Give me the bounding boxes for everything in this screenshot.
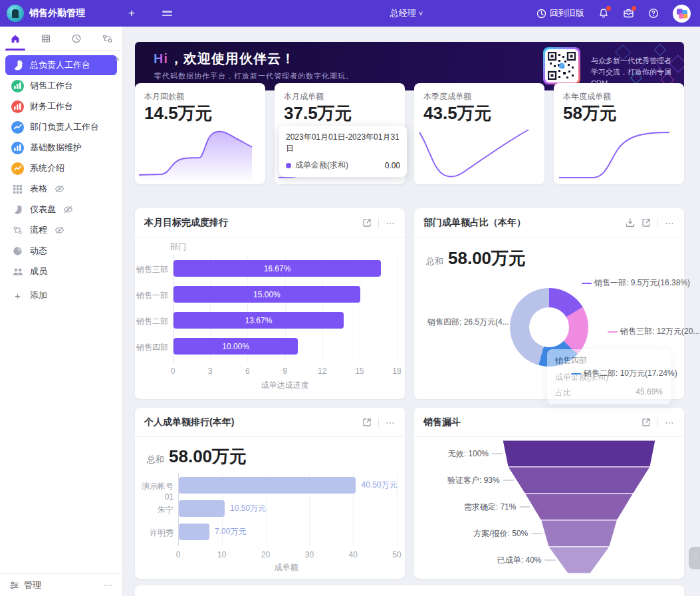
card-header: 销售漏斗⋯ <box>414 408 684 437</box>
stat-card-4[interactable]: 本年度成单额58万元 <box>554 83 684 184</box>
sidebar: ▲ 总负责人工作台销售工作台财务工作台部门负责人工作台基础数据维护系统介绍表格仪… <box>0 27 123 596</box>
menu-toggle-button[interactable] <box>162 11 172 16</box>
sidebar-item-label: 系统介绍 <box>30 162 64 174</box>
sidebar-item-4[interactable]: 部门负责人工作台 <box>5 117 117 137</box>
app-logo[interactable] <box>7 5 24 22</box>
chevron-down-icon: ˅ <box>419 9 423 17</box>
stat-card-1[interactable]: 本月回款额14.5万元 <box>135 83 265 184</box>
funnel-stage-4[interactable] <box>541 520 618 547</box>
y-axis-name: 部门 <box>170 241 186 253</box>
bar[interactable]: 10.50万元 <box>179 500 225 517</box>
bar[interactable]: 15.00% <box>174 286 360 303</box>
sparkline-chart <box>135 120 265 184</box>
sparkline-chart <box>554 120 684 184</box>
sidebar-item-label: 销售工作台 <box>30 80 73 92</box>
line-chart-icon <box>11 121 24 134</box>
help-icon <box>648 8 659 19</box>
funnel-stage-3[interactable] <box>525 494 633 520</box>
bar[interactable]: 16.67% <box>174 260 381 277</box>
expand-icon[interactable] <box>642 418 651 427</box>
expand-icon[interactable] <box>362 418 372 427</box>
bar-category-label: 销售四部 <box>135 342 168 353</box>
funnel-stage-1[interactable] <box>503 440 655 467</box>
tab-tables[interactable] <box>31 27 61 50</box>
eye-off-icon <box>55 185 64 193</box>
funnel-stage-label: 已成单: 40% <box>497 555 542 565</box>
sidebar-item-label: 部门负责人工作台 <box>30 121 99 133</box>
tooltip-title: 销售四部 <box>555 355 663 367</box>
sliders-icon <box>9 581 19 590</box>
tab-recent[interactable] <box>61 27 92 50</box>
expand-icon[interactable] <box>362 218 372 227</box>
bar-value-label: 10.50万元 <box>230 503 266 514</box>
sidebar-item-11[interactable]: 成员 <box>5 261 117 281</box>
back-to-old-label: 回到旧版 <box>550 7 584 19</box>
x-tick-label: 30 <box>305 550 314 559</box>
bar[interactable]: 40.50万元 <box>179 477 356 494</box>
more-icon[interactable]: ⋯ <box>665 218 675 228</box>
divider <box>378 218 379 227</box>
x-tick-label: 10 <box>217 550 226 559</box>
sidebar-item-6[interactable]: 系统介绍 <box>5 158 117 178</box>
divider <box>657 418 658 427</box>
manage-more-icon[interactable]: ⋯ <box>104 580 113 590</box>
manage-button[interactable]: 管理 ⋯ <box>0 573 122 596</box>
sidebar-item-1[interactable]: 总负责人工作台 <box>5 55 117 75</box>
eye-off-icon <box>63 206 73 214</box>
clock-icon <box>71 33 82 44</box>
stat-label: 本月回款额 <box>144 91 184 102</box>
x-tick-label: 0 <box>171 367 175 376</box>
more-icon[interactable]: ⋯ <box>386 417 396 428</box>
back-to-old-version-button[interactable]: 回到旧版 <box>536 7 584 19</box>
sidebar-item-10[interactable]: 动态 <box>5 241 117 261</box>
more-icon[interactable]: ⋯ <box>665 417 675 428</box>
sidebar-item-2[interactable]: 销售工作台 <box>5 76 117 96</box>
notifications-button[interactable] <box>598 8 609 19</box>
sidebar-scrollbar[interactable]: ▲ <box>114 55 121 63</box>
sidebar-add-button[interactable]: +添加 <box>5 285 117 305</box>
sidebar-item-9[interactable]: 流程 <box>5 220 117 240</box>
sidebar-item-label: 动态 <box>30 245 47 257</box>
more-icon[interactable]: ⋯ <box>386 218 396 228</box>
download-icon[interactable] <box>626 218 635 227</box>
messages-button[interactable] <box>623 8 634 19</box>
manage-label: 管理 <box>24 579 41 591</box>
bar-category-label: 销售三部 <box>135 264 168 275</box>
total-row: 总和58.00万元 <box>147 445 247 468</box>
sidebar-menu: 总负责人工作台销售工作台财务工作台部门负责人工作台基础数据维护系统介绍表格仪表盘… <box>0 51 122 305</box>
sidebar-item-3[interactable]: 财务工作台 <box>5 96 117 116</box>
bar[interactable]: 13.67% <box>174 312 344 329</box>
sidebar-tabs <box>0 27 122 51</box>
series-name: 成单金额(求和) <box>295 160 348 171</box>
add-app-button[interactable]: + <box>124 5 140 21</box>
sidebar-item-8[interactable]: 仪表盘 <box>5 200 117 220</box>
donut-label-1: 销售一部: 9.5万元(16.38%) <box>579 277 690 289</box>
funnel-stage-5[interactable] <box>548 547 610 573</box>
role-selector-label[interactable]: 总经理 <box>277 7 416 19</box>
collapse-panel-button[interactable]: 〈 <box>689 547 700 569</box>
tab-home[interactable] <box>0 27 31 50</box>
app-title: 销售外勤管理 <box>29 7 85 19</box>
help-button[interactable] <box>648 8 659 19</box>
stat-card-3[interactable]: 本季度成单额43.5万元 <box>414 83 544 184</box>
card-header: 本月目标完成度排行⋯ <box>135 208 405 237</box>
sidebar-item-label: 成员 <box>30 265 47 277</box>
sidebar-item-5[interactable]: 基础数据维护 <box>5 138 117 158</box>
card-header: 部门成单额占比（本年）⋯ <box>414 208 684 237</box>
funnel-stage-label: 方案/报价: 50% <box>473 529 528 538</box>
x-tick-label: 0 <box>176 550 181 559</box>
sidebar-item-7[interactable]: 表格 <box>5 179 117 199</box>
leader-line <box>608 331 618 333</box>
qr-code <box>543 47 580 84</box>
user-avatar[interactable] <box>673 5 691 23</box>
expand-icon[interactable] <box>642 218 651 227</box>
slice-label-text: 销售四部: 26.5万元(4... <box>427 317 509 327</box>
stat-card-2[interactable]: 本月成单额37.5万元2023年01月01日-2023年01月31日成单金额(求… <box>275 83 405 184</box>
top-bar: 销售外勤管理 + 总经理 ˅ 回到旧版 <box>0 0 700 27</box>
tab-workflow[interactable] <box>92 27 122 50</box>
funnel-stage-2[interactable] <box>508 467 650 494</box>
bar[interactable]: 10.00% <box>174 338 298 355</box>
bar[interactable]: 7.00万元 <box>179 523 209 540</box>
bar-chart-icon <box>11 100 24 113</box>
main-content: Hi，欢迎使用伙伴云！ 零代码数据协作平台，打造新一代管理者的数字化潮玩。 <box>123 27 700 596</box>
